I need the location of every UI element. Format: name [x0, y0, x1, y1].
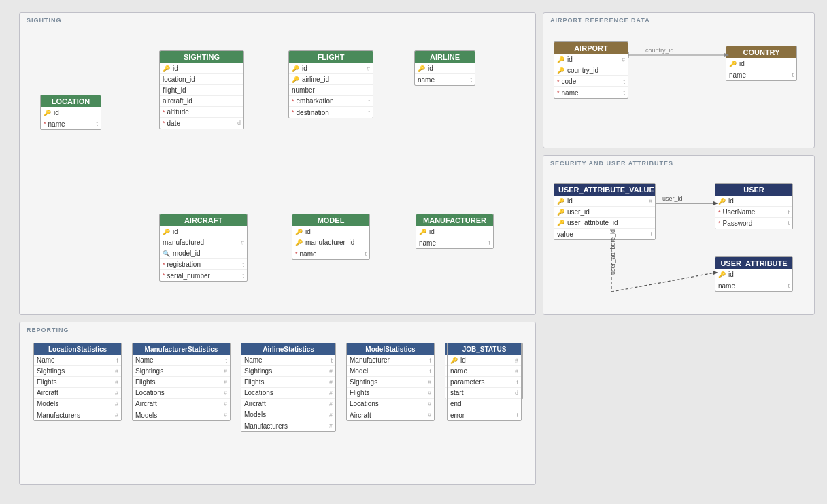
entity-sighting-row-location: location_id	[160, 74, 243, 85]
entity-airport-row-country: 🔑 country_id	[554, 65, 628, 76]
reporting-section: REPORTING LocationStatistics Namet Sight…	[19, 322, 536, 485]
entity-airport-header: AIRPORT	[554, 42, 628, 54]
entity-airport-row-name: * name t	[554, 87, 628, 98]
star-icon: *	[295, 250, 298, 257]
svg-line-38	[611, 273, 715, 292]
key-icon: 🔑	[418, 65, 425, 72]
entity-ua-header: USER_ATTRIBUTE	[715, 257, 792, 269]
entity-manufacturer-row-id: 🔑 id	[416, 226, 493, 237]
key-icon: 🔑	[557, 56, 564, 63]
entity-model-row-id: 🔑 id	[292, 226, 369, 237]
key-icon: 🔑	[163, 229, 170, 235]
reporting-section-label: REPORTING	[27, 326, 69, 333]
entity-aircraft: AIRCRAFT 🔑 id manufactured # 🔍 model_id …	[159, 214, 248, 282]
main-canvas: flight_id airline_id location_id aircraf…	[0, 0, 827, 504]
entity-location-header: LOCATION	[41, 95, 101, 107]
key-icon: 🔑	[44, 110, 51, 116]
entity-user-attribute: USER_ATTRIBUTE 🔑 id name t	[715, 256, 793, 292]
entity-airport-row-code: * code t	[554, 76, 628, 87]
star-icon: *	[163, 120, 165, 127]
entity-uav-row-userid: 🔑 user_id	[554, 207, 655, 218]
entity-flight-row-airline: 🔑 airline_id	[289, 74, 373, 85]
key-icon: 🔑	[292, 65, 299, 72]
entity-manufacturer-header: MANUFACTURER	[416, 214, 493, 226]
key-icon: 🔑	[450, 357, 458, 364]
security-section-label: SECURITY AND USER ATTRIBUTES	[550, 160, 673, 167]
view-job-status-header: JOB_STATUS	[448, 343, 521, 355]
airport-section: AIRPORT REFERENCE DATA AIRPORT 🔑 id # 🔑 …	[543, 12, 815, 148]
entity-flight: FLIGHT 🔑 id # 🔑 airline_id number * emba…	[288, 50, 373, 118]
entity-airline-row-name: name t	[415, 74, 475, 85]
fk-icon: 🔍	[163, 250, 170, 257]
entity-sighting-row-id: 🔑 id	[160, 63, 243, 74]
key-icon: 🔑	[729, 61, 737, 67]
entity-airport: AIRPORT 🔑 id # 🔑 country_id * code t * n…	[554, 41, 628, 99]
entity-aircraft-row-manufactured: manufactured #	[160, 237, 247, 248]
key-icon: 🔑	[163, 65, 170, 72]
entity-flight-row-destination: * destination t	[289, 107, 373, 118]
entity-airline-row-id: 🔑 id	[415, 63, 475, 74]
star-icon: *	[557, 89, 560, 96]
star-icon: *	[557, 78, 560, 85]
view-manufacturer-stats-header: ManufacturerStatistics	[133, 343, 230, 355]
entity-uav-row-value: value t	[554, 229, 655, 239]
entity-flight-row-embarkation: * embarkation t	[289, 96, 373, 107]
svg-text:country_id: country_id	[645, 47, 674, 54]
entity-model: MODEL 🔑 id 🔑 manufacturer_id * name t	[292, 214, 370, 260]
entity-location-row-id: 🔑 id	[41, 107, 101, 118]
key-icon: 🔑	[718, 271, 726, 278]
star-icon: *	[718, 220, 721, 226]
entity-flight-header: FLIGHT	[289, 51, 373, 63]
entity-model-row-name: * name t	[292, 248, 369, 259]
view-location-stats-header: LocationStatistics	[34, 343, 121, 355]
entity-country-row-id: 🔑 id	[726, 58, 796, 69]
entity-sighting-header: SIGHTING	[160, 51, 243, 63]
view-location-stats: LocationStatistics Namet Sightings# Flig…	[33, 343, 122, 421]
entity-location: LOCATION 🔑 id * name t	[40, 95, 101, 130]
entity-aircraft-row-id: 🔑 id	[160, 226, 247, 237]
entity-ua-row-id: 🔑 id	[715, 269, 792, 280]
entity-user-attribute-value: USER_ATTRIBUTE_VALUE 🔑 id # 🔑 user_id 🔑 …	[554, 183, 656, 240]
entity-aircraft-row-model: 🔍 model_id	[160, 248, 247, 259]
entity-airport-row-id: 🔑 id #	[554, 54, 628, 65]
entity-airline: AIRLINE 🔑 id name t	[414, 50, 475, 86]
entity-sighting: SIGHTING 🔑 id location_id flight_id airc…	[159, 50, 244, 129]
entity-flight-row-number: number	[289, 85, 373, 96]
entity-sighting-row-aircraft: aircraft_id	[160, 96, 243, 107]
view-job-status: JOB_STATUS 🔑 id# name# parameterst start…	[447, 343, 522, 421]
view-airline-stats-header: AirlineStatistics	[241, 343, 335, 355]
sighting-section-label: SIGHTING	[27, 17, 62, 24]
entity-location-row-name: * name t	[41, 118, 101, 129]
key-icon: 🔑	[718, 198, 726, 205]
view-manufacturer-stats: ManufacturerStatistics Namet Sightings# …	[132, 343, 231, 421]
svg-text:user_id: user_id	[662, 195, 683, 202]
star-icon: *	[44, 120, 46, 127]
view-airline-stats: AirlineStatistics Namet Sightings# Fligh…	[241, 343, 336, 432]
entity-sighting-row-altitude: * altitude	[160, 107, 243, 118]
fk-icon: 🔑	[292, 76, 299, 83]
entity-uav-row-id: 🔑 id #	[554, 196, 655, 207]
key-icon: 🔑	[557, 198, 564, 205]
entity-uav-row-attrid: 🔑 user_attribute_id	[554, 218, 655, 229]
fk-icon: 🔑	[295, 239, 303, 246]
entity-model-row-manufacturer: 🔑 manufacturer_id	[292, 237, 369, 248]
entity-user-row-password: * Password t	[715, 218, 792, 229]
view-model-stats-header: ModelStatistics	[347, 343, 434, 355]
entity-user-row-id: 🔑 id	[715, 196, 792, 207]
star-icon: *	[718, 209, 721, 216]
airport-section-label: AIRPORT REFERENCE DATA	[550, 17, 650, 24]
entity-sighting-row-date: * date d	[160, 118, 243, 129]
star-icon: *	[292, 109, 294, 116]
star-icon: *	[163, 109, 165, 116]
entity-user: USER 🔑 id * UserName t * Password t	[715, 183, 793, 229]
entity-sighting-row-flight: flight_id	[160, 85, 243, 96]
entity-user-row-username: * UserName t	[715, 207, 792, 218]
key-icon: 🔑	[419, 229, 426, 235]
entity-user-header: USER	[715, 184, 792, 196]
sighting-section: SIGHTING LOCATION 🔑 id * name t SIGHTING…	[19, 12, 536, 315]
entity-country: COUNTRY 🔑 id name t	[726, 46, 797, 81]
entity-uav-header: USER_ATTRIBUTE_VALUE	[554, 184, 655, 196]
star-icon: *	[163, 272, 165, 279]
star-icon: *	[292, 98, 294, 105]
entity-country-header: COUNTRY	[726, 46, 796, 58]
